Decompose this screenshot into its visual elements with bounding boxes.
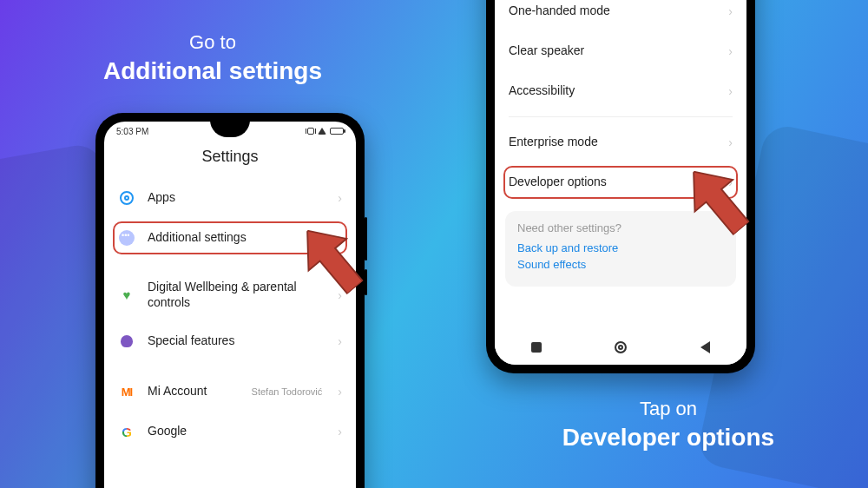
chevron-right-icon: › <box>728 84 733 98</box>
chevron-right-icon: › <box>338 191 342 205</box>
nav-home-icon[interactable] <box>615 341 627 353</box>
mi-icon: MI <box>118 383 135 400</box>
nav-back-icon[interactable] <box>700 341 710 353</box>
row-label: Apps <box>148 190 326 206</box>
chevron-right-icon: › <box>728 44 733 58</box>
gear-icon <box>118 189 135 207</box>
chevron-right-icon: › <box>338 425 342 439</box>
nav-bar <box>495 330 746 365</box>
link-backup-restore[interactable]: Back up and restore <box>517 241 724 254</box>
chevron-right-icon: › <box>728 135 733 149</box>
caption-left-small: Go to <box>74 30 352 56</box>
caption-right-small: Tap on <box>529 397 807 422</box>
caption-left: Go to Additional settings <box>74 30 352 87</box>
divider <box>509 116 733 117</box>
chevron-right-icon: › <box>728 4 733 18</box>
row-accessibility[interactable]: Accessibility › <box>495 71 746 111</box>
row-one-handed-mode[interactable]: One-handed mode › <box>495 0 746 31</box>
row-label: Digital Wellbeing & parental controls <box>148 280 326 310</box>
caption-right: Tap on Developer options <box>529 397 807 453</box>
row-value: Stefan Todorović <box>252 386 323 397</box>
dots-icon <box>118 229 135 247</box>
row-enterprise-mode[interactable]: Enterprise mode › <box>495 122 746 162</box>
chevron-right-icon: › <box>338 334 342 348</box>
row-label: One-handed mode <box>509 3 716 19</box>
caption-left-big: Additional settings <box>74 56 352 87</box>
row-label: Enterprise mode <box>509 135 716 150</box>
wifi-icon <box>318 128 326 135</box>
row-clear-speaker[interactable]: Clear speaker › <box>495 31 746 71</box>
footer-question: Need other settings? <box>517 221 724 234</box>
row-label: Accessibility <box>509 83 716 99</box>
status-time: 5:03 PM <box>116 127 148 136</box>
battery-icon <box>330 128 344 135</box>
google-icon: G <box>118 423 135 440</box>
row-label: Google <box>148 424 326 439</box>
row-apps[interactable]: Apps › <box>104 178 356 218</box>
row-google[interactable]: G Google › <box>104 412 356 452</box>
row-label: Clear speaker <box>509 43 716 59</box>
page-title: Settings <box>104 139 356 178</box>
caption-right-big: Developer options <box>529 422 807 453</box>
bag-icon <box>118 333 135 350</box>
vibrate-icon <box>307 128 314 135</box>
heart-icon: ♥ <box>118 287 135 304</box>
row-label: Mi Account <box>148 384 240 399</box>
row-mi-account[interactable]: MI Mi Account Stefan Todorović › <box>104 372 356 412</box>
nav-recent-icon[interactable] <box>531 342 542 353</box>
link-sound-effects[interactable]: Sound effects <box>517 258 724 271</box>
chevron-right-icon: › <box>338 385 342 399</box>
row-special-features[interactable]: Special features › <box>104 321 356 361</box>
row-label: Special features <box>148 333 326 349</box>
